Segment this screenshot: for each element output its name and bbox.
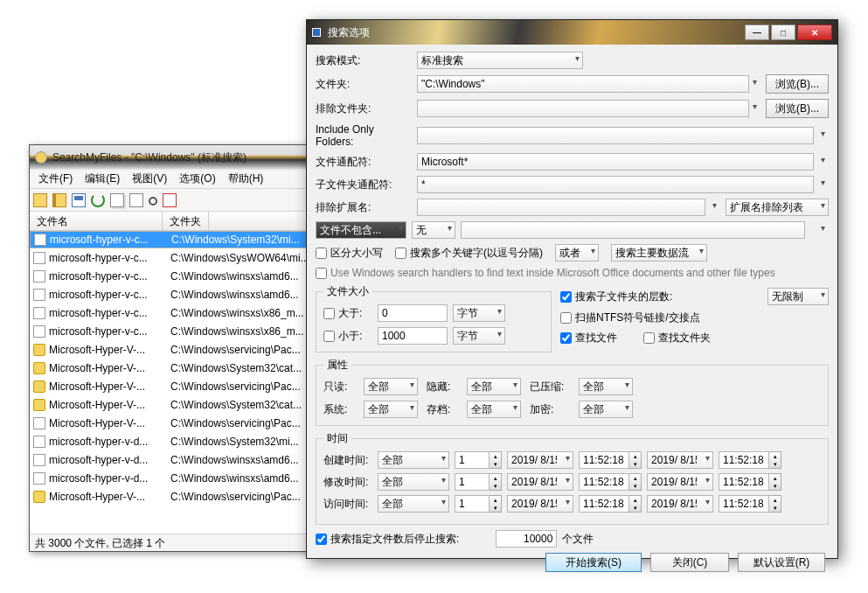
- close-dialog-button[interactable]: 关闭(C): [650, 553, 729, 572]
- archive-select[interactable]: [467, 401, 521, 418]
- defaults-button[interactable]: 默认设置(R): [738, 553, 825, 572]
- created-time-from[interactable]: [579, 451, 629, 469]
- accessed-time-from[interactable]: [579, 495, 629, 513]
- compressed-select[interactable]: [579, 378, 633, 395]
- accessed-mode-select[interactable]: [378, 495, 449, 513]
- none-select[interactable]: [412, 221, 455, 239]
- stop-after-checkbox[interactable]: 搜索指定文件数后停止搜索:: [316, 532, 459, 547]
- spinner-icon[interactable]: ▴▾: [490, 451, 502, 469]
- col-filename[interactable]: 文件名: [30, 212, 163, 230]
- main-titlebar[interactable]: SearchMyFiles - "C:\Windows" (标准搜索): [30, 145, 330, 170]
- spinner-icon[interactable]: ▴▾: [629, 451, 642, 469]
- start-search-button[interactable]: 开始搜索(S): [545, 553, 642, 572]
- table-row[interactable]: Microsoft-Hyper-V-...C:\Windows\System32…: [30, 395, 330, 414]
- modified-mode-select[interactable]: [378, 473, 449, 491]
- ntfs-checkbox[interactable]: 扫描NTFS符号链接/交接点: [560, 310, 700, 325]
- spinner-icon[interactable]: ▴▾: [629, 473, 642, 491]
- exclude-ext-input[interactable]: [417, 199, 705, 216]
- main-stream-select[interactable]: [611, 244, 707, 262]
- sub-wildcard-input[interactable]: [417, 176, 814, 193]
- modified-date-from[interactable]: [507, 473, 573, 491]
- hidden-select[interactable]: [467, 378, 521, 395]
- dialog-titlebar[interactable]: 搜索选项 — □ ✕: [307, 20, 837, 45]
- table-row[interactable]: microsoft-hyper-v-c...C:\Windows\winsxs\…: [30, 285, 330, 303]
- table-row[interactable]: Microsoft-Hyper-V-...C:\Windows\servicin…: [30, 487, 330, 506]
- spinner-icon[interactable]: ▴▾: [490, 473, 502, 491]
- stop-count-input[interactable]: [496, 530, 557, 548]
- spinner-icon[interactable]: ▴▾: [629, 495, 642, 513]
- table-row[interactable]: microsoft-hyper-v-c...C:\Windows\System3…: [30, 231, 330, 248]
- case-sensitive-checkbox[interactable]: 区分大小写: [316, 246, 383, 261]
- modified-time-to[interactable]: [719, 473, 769, 491]
- sub-levels-checkbox[interactable]: 搜索子文件夹的层数:: [560, 290, 672, 304]
- encrypted-select[interactable]: [579, 401, 633, 418]
- refresh-icon[interactable]: [91, 193, 105, 207]
- open-icon[interactable]: [52, 193, 66, 207]
- or-select[interactable]: [555, 244, 599, 262]
- gt-unit-select[interactable]: [453, 304, 505, 322]
- system-select[interactable]: [364, 401, 418, 418]
- search-mode-select[interactable]: [417, 52, 583, 69]
- menu-edit[interactable]: 编辑(E): [80, 170, 125, 188]
- multi-keyword-checkbox[interactable]: 搜索多个关键字(以逗号分隔): [395, 246, 543, 261]
- find-folders-checkbox[interactable]: 查找文件夹: [643, 331, 711, 345]
- save-icon[interactable]: [72, 193, 86, 207]
- exit-icon[interactable]: [163, 193, 177, 207]
- spinner-icon[interactable]: ▴▾: [769, 451, 781, 469]
- file-list[interactable]: microsoft-hyper-v-c...C:\Windows\System3…: [30, 231, 330, 534]
- menu-options[interactable]: 选项(O): [174, 170, 220, 188]
- lt-input[interactable]: [378, 327, 448, 345]
- accessed-date-from[interactable]: [507, 495, 573, 513]
- menu-view[interactable]: 视图(V): [127, 170, 172, 188]
- menu-help[interactable]: 帮助(H): [223, 170, 269, 188]
- minimize-button[interactable]: —: [745, 24, 769, 40]
- table-row[interactable]: Microsoft-Hyper-V-...C:\Windows\servicin…: [30, 340, 330, 359]
- close-button[interactable]: ✕: [797, 24, 832, 40]
- exclude-folder-input[interactable]: [417, 100, 749, 117]
- table-row[interactable]: Microsoft-Hyper-V-...C:\Windows\System32…: [30, 359, 330, 377]
- accessed-date-to[interactable]: [647, 495, 713, 513]
- table-row[interactable]: microsoft-hyper-v-c...C:\Windows\winsxs\…: [30, 322, 330, 340]
- modified-time-from[interactable]: [579, 473, 629, 491]
- spinner-icon[interactable]: ▴▾: [769, 473, 781, 491]
- accessed-time-to[interactable]: [719, 495, 769, 513]
- ext-exclude-list-select[interactable]: [726, 199, 829, 216]
- wildcard-input[interactable]: [417, 153, 814, 171]
- table-row[interactable]: Microsoft-Hyper-V-...C:\Windows\servicin…: [30, 377, 330, 395]
- folder-input[interactable]: [417, 75, 749, 93]
- not-contain-select[interactable]: [316, 221, 406, 239]
- sub-levels-select[interactable]: [767, 288, 829, 305]
- table-row[interactable]: Microsoft-Hyper-V-...C:\Windows\servicin…: [30, 414, 330, 432]
- table-row[interactable]: microsoft-hyper-v-d...C:\Windows\winsxs\…: [30, 469, 330, 487]
- table-row[interactable]: microsoft-hyper-v-c...C:\Windows\winsxs\…: [30, 267, 330, 285]
- lt-unit-select[interactable]: [453, 327, 505, 345]
- created-time-to[interactable]: [719, 451, 769, 469]
- accessed-count-input[interactable]: [455, 495, 490, 513]
- new-search-icon[interactable]: [33, 193, 47, 207]
- menu-file[interactable]: 文件(F): [33, 170, 78, 188]
- find-icon[interactable]: [149, 197, 157, 206]
- table-row[interactable]: microsoft-hyper-v-d...C:\Windows\winsxs\…: [30, 450, 330, 469]
- properties-icon[interactable]: [129, 193, 143, 207]
- table-row[interactable]: microsoft-hyper-v-d...C:\Windows\System3…: [30, 432, 330, 450]
- created-count-input[interactable]: [455, 451, 490, 469]
- browse-folder-button[interactable]: 浏览(B)...: [766, 74, 829, 94]
- spinner-icon[interactable]: ▴▾: [769, 495, 781, 513]
- find-files-checkbox[interactable]: 查找文件: [560, 331, 617, 345]
- readonly-select[interactable]: [364, 378, 418, 395]
- include-only-input[interactable]: [417, 127, 814, 144]
- created-mode-select[interactable]: [378, 451, 449, 469]
- browse-exclude-button[interactable]: 浏览(B)...: [766, 99, 829, 118]
- spinner-icon[interactable]: ▴▾: [490, 495, 502, 513]
- modified-count-input[interactable]: [455, 473, 490, 491]
- lt-checkbox[interactable]: 小于:: [323, 329, 372, 344]
- table-row[interactable]: microsoft-hyper-v-c...C:\Windows\SysWOW6…: [30, 248, 330, 267]
- col-folder[interactable]: 文件夹: [163, 212, 209, 230]
- created-date-to[interactable]: [647, 451, 713, 469]
- use-windows-handlers-checkbox[interactable]: Use Windows search handlers to find text…: [316, 267, 775, 279]
- maximize-button[interactable]: □: [771, 24, 795, 40]
- table-row[interactable]: microsoft-hyper-v-c...C:\Windows\winsxs\…: [30, 303, 330, 322]
- copy-icon[interactable]: [110, 193, 124, 207]
- gt-input[interactable]: [378, 304, 448, 322]
- modified-date-to[interactable]: [647, 473, 713, 491]
